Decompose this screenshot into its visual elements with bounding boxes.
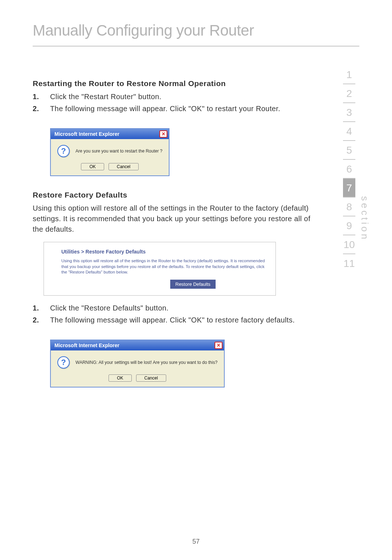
restore-intro-text: Using this option will restore all of th… — [33, 203, 323, 235]
heading-restart: Restarting the Router to Restore Normal … — [33, 79, 323, 88]
dialog-message: Are you sure you want to restart the Rou… — [75, 149, 162, 154]
step-text: The following message will appear. Click… — [50, 104, 280, 114]
question-icon: ? — [57, 145, 70, 157]
main-content: Restarting the Router to Restore Normal … — [33, 79, 359, 402]
dialog-message: WARNING: All your settings will be lost!… — [75, 360, 217, 365]
restore-steps: 1.Click the "Restore Defaults" button. 2… — [33, 303, 323, 325]
question-icon: ? — [57, 356, 70, 369]
section-nav: 1 2 3 4 5 6 7 8 9 10 11 section — [343, 65, 370, 272]
section-link-11[interactable]: 11 — [343, 254, 355, 272]
heading-restore-defaults: Restore Factory Defaults — [33, 191, 323, 199]
step-text: Click the "Restart Router" button. — [50, 92, 162, 102]
section-link-4[interactable]: 4 — [343, 122, 355, 141]
section-label: section — [359, 196, 370, 241]
section-link-7-active[interactable]: 7 — [343, 179, 355, 198]
section-link-1[interactable]: 1 — [343, 65, 355, 84]
dialog-restart-confirm: Microsoft Internet Explorer × ? Are you … — [50, 128, 170, 176]
step-text: The following message will appear. Click… — [50, 315, 295, 325]
page-number: 57 — [0, 538, 392, 545]
panel-breadcrumb: Utilities > Restore Factory Defaults — [61, 249, 265, 255]
page-title: Manually Configuring your Router — [33, 22, 359, 46]
list-item: 1.Click the "Restore Defaults" button. — [33, 303, 323, 313]
list-item: 2.The following message will appear. Cli… — [33, 315, 323, 325]
ok-button[interactable]: OK — [109, 374, 131, 382]
close-button[interactable]: × — [159, 130, 167, 138]
section-link-3[interactable]: 3 — [343, 103, 355, 122]
section-link-5[interactable]: 5 — [343, 141, 355, 160]
panel-text: Using this option will restore all of th… — [61, 258, 265, 275]
cancel-button[interactable]: Cancel — [109, 163, 139, 170]
list-item: 2.The following message will appear. Cli… — [33, 104, 323, 114]
section-link-9[interactable]: 9 — [343, 216, 355, 235]
section-link-8[interactable]: 8 — [343, 198, 355, 216]
cancel-button[interactable]: Cancel — [136, 374, 166, 382]
dialog-title: Microsoft Internet Explorer — [54, 342, 119, 348]
step-number: 1. — [33, 92, 50, 102]
ok-button[interactable]: OK — [81, 163, 104, 170]
step-number: 1. — [33, 303, 50, 313]
close-button[interactable]: × — [215, 342, 222, 349]
dialog-title: Microsoft Internet Explorer — [54, 131, 119, 137]
restart-steps: 1.Click the "Restart Router" button. 2.T… — [33, 92, 323, 114]
utilities-panel: Utilities > Restore Factory Defaults Usi… — [44, 242, 276, 296]
section-link-2[interactable]: 2 — [343, 84, 355, 103]
restore-defaults-button[interactable]: Restore Defaults — [170, 280, 216, 289]
step-number: 2. — [33, 315, 50, 325]
step-text: Click the "Restore Defaults" button. — [50, 303, 169, 313]
close-icon: × — [217, 342, 220, 348]
section-link-10[interactable]: 10 — [343, 235, 355, 254]
list-item: 1.Click the "Restart Router" button. — [33, 92, 323, 102]
step-number: 2. — [33, 104, 50, 114]
dialog-titlebar: Microsoft Internet Explorer × — [51, 340, 224, 350]
dialog-titlebar: Microsoft Internet Explorer × — [51, 129, 169, 139]
section-numbers: 1 2 3 4 5 6 7 8 9 10 11 — [343, 65, 355, 272]
dialog-restore-warning: Microsoft Internet Explorer × ? WARNING:… — [50, 340, 225, 387]
section-link-6[interactable]: 6 — [343, 160, 355, 179]
close-icon: × — [162, 131, 165, 137]
